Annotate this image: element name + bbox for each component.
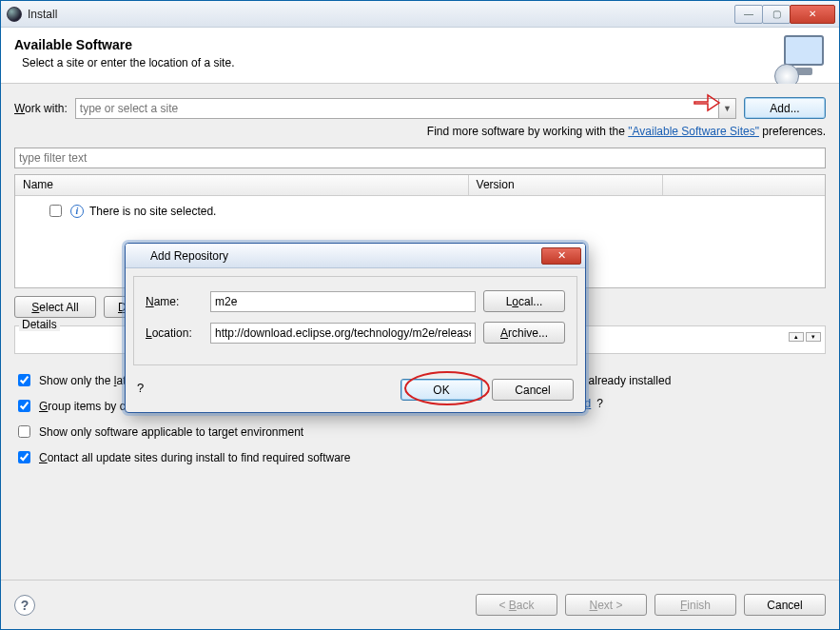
dialog-title: Add Repository [150, 249, 541, 263]
empty-message: There is no site selected. [89, 205, 216, 218]
window-title: Install [28, 8, 735, 21]
location-input[interactable] [210, 323, 476, 344]
maximize-button[interactable]: ▢ [762, 5, 791, 24]
help-icon[interactable]: ? [14, 595, 35, 616]
close-button[interactable]: ✕ [790, 5, 835, 24]
name-input[interactable] [210, 291, 476, 312]
eclipse-icon [7, 7, 22, 22]
column-version[interactable]: Version [469, 175, 663, 195]
checkbox-target-env[interactable] [18, 425, 30, 438]
work-with-combo[interactable]: ▼ [75, 98, 736, 119]
details-expand-down-icon[interactable]: ▾ [806, 332, 821, 342]
wizard-footer: ? < Back Next > Finish Cancel [1, 580, 839, 629]
row-checkbox[interactable] [49, 205, 62, 217]
local-button[interactable]: Local... [483, 290, 565, 312]
dialog-cancel-button[interactable]: Cancel [492, 379, 574, 401]
page-subtitle: Select a site or enter the location of a… [22, 56, 826, 69]
help-icon[interactable]: ? [137, 381, 156, 400]
dialog-close-button[interactable]: ✕ [541, 247, 581, 265]
checkbox-group-category[interactable] [18, 400, 30, 412]
add-site-button[interactable]: Add... [744, 97, 826, 119]
add-repository-dialog: Add Repository ✕ Name: Local... Location… [125, 243, 586, 413]
window-titlebar: Install — ▢ ✕ [1, 1, 839, 28]
option-target-env[interactable]: Show only software applicable to target … [14, 423, 351, 441]
cancel-button[interactable]: Cancel [744, 594, 826, 616]
details-label: Details [19, 318, 60, 331]
filter-input[interactable] [14, 148, 826, 168]
available-sites-link[interactable]: "Available Software Sites" [628, 125, 759, 138]
eclipse-icon [131, 249, 145, 263]
archive-button[interactable]: Archive... [483, 322, 565, 344]
minimize-button[interactable]: — [734, 5, 763, 24]
chevron-down-icon[interactable]: ▼ [719, 98, 736, 119]
info-icon: i [70, 205, 84, 218]
table-header: Name Version [15, 175, 825, 196]
sites-hint: Find more software by working with the "… [14, 125, 826, 138]
wizard-header: Available Software Select a site or ente… [1, 28, 839, 84]
select-all-button[interactable]: Select All [14, 296, 96, 318]
column-name[interactable]: Name [15, 175, 469, 195]
page-title: Available Software [14, 37, 826, 52]
checkbox-show-latest[interactable] [18, 374, 30, 386]
install-banner-icon [772, 33, 828, 89]
location-label: Location: [146, 326, 203, 340]
checkbox-contact-sites[interactable] [18, 451, 30, 463]
work-with-label: Work with: [14, 102, 68, 115]
next-button[interactable]: Next > [565, 594, 647, 616]
finish-button[interactable]: Finish [654, 594, 736, 616]
ok-button[interactable]: OK [400, 379, 482, 401]
name-label: Name: [146, 295, 203, 308]
work-with-input[interactable] [75, 98, 719, 119]
dialog-titlebar: Add Repository ✕ [126, 244, 585, 268]
table-row: i There is no site selected. [23, 200, 817, 222]
back-button[interactable]: < Back [476, 594, 557, 616]
details-expand-up-icon[interactable]: ▴ [789, 332, 804, 342]
option-contact-sites[interactable]: Contact all update sites during install … [14, 448, 351, 466]
